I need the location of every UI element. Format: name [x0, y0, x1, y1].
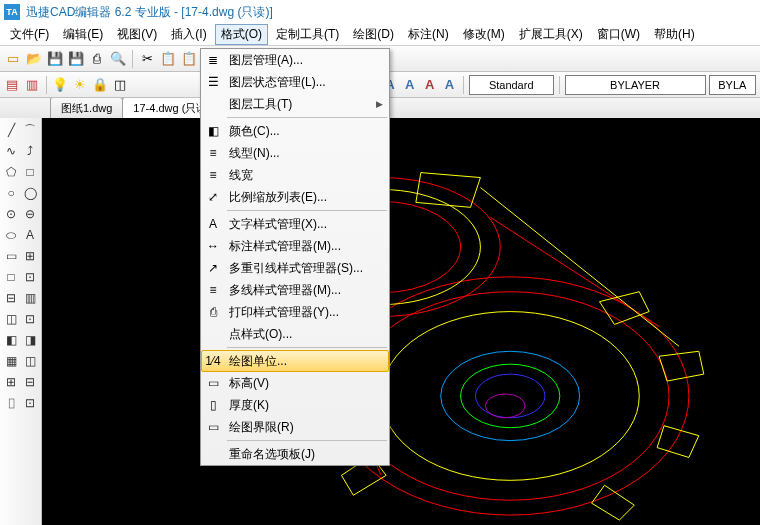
saveall-icon[interactable]: 💾: [67, 50, 85, 68]
mleader-icon: ↗: [203, 259, 223, 277]
draw-tool-button[interactable]: ▦: [2, 351, 20, 371]
menu-entry[interactable]: 图层工具(T)▶: [201, 93, 389, 115]
menu-entry[interactable]: ≣图层管理(A)...: [201, 49, 389, 71]
layer-b-icon[interactable]: ▥: [24, 76, 41, 94]
draw-tool-button[interactable]: ⊞: [2, 372, 20, 392]
menu-entry[interactable]: 点样式(O)...: [201, 323, 389, 345]
open-icon[interactable]: 📂: [25, 50, 43, 68]
draw-tool-button[interactable]: ▥: [21, 288, 39, 308]
bylayer-combo-2[interactable]: BYLA: [709, 75, 756, 95]
menu-entry-label: 图层管理(A)...: [229, 52, 303, 69]
menu-entry[interactable]: 1⁄4绘图单位...: [201, 350, 389, 372]
menu-entry-label: 厚度(K): [229, 397, 269, 414]
draw-tool-button[interactable]: ⊞: [21, 246, 39, 266]
draw-tool-button[interactable]: □: [2, 267, 20, 287]
menu-entry[interactable]: 重命名选项板(J): [201, 443, 389, 465]
menu-item[interactable]: 扩展工具(X): [513, 24, 589, 45]
menu-entry[interactable]: ↗多重引线样式管理器(S)...: [201, 257, 389, 279]
menu-item[interactable]: 帮助(H): [648, 24, 701, 45]
format-menu-dropdown[interactable]: ≣图层管理(A)...☰图层状态管理(L)...图层工具(T)▶◧颜色(C)..…: [200, 48, 390, 466]
menu-entry[interactable]: ↔标注样式管理器(M)...: [201, 235, 389, 257]
paste-icon[interactable]: 📋: [180, 50, 198, 68]
draw-tool-button[interactable]: ◫: [21, 351, 39, 371]
print-icon[interactable]: ⎙: [88, 50, 106, 68]
document-tab[interactable]: 图纸1.dwg: [50, 97, 123, 119]
menu-item[interactable]: 视图(V): [111, 24, 163, 45]
sun-icon[interactable]: ☀: [71, 76, 88, 94]
bulb-icon[interactable]: 💡: [52, 76, 69, 94]
layers-icon: ≣: [203, 51, 223, 69]
cut-icon[interactable]: ✂: [138, 50, 156, 68]
menu-entry[interactable]: ≡线宽: [201, 164, 389, 186]
menu-entry[interactable]: ▭绘图界限(R): [201, 416, 389, 438]
window-title: 迅捷CAD编辑器 6.2 专业版 - [17-4.dwg (只读)]: [26, 4, 273, 21]
menu-entry[interactable]: ▯厚度(K): [201, 394, 389, 416]
draw-tool-button[interactable]: A: [21, 225, 39, 245]
draw-tool-button[interactable]: ⊡: [21, 393, 39, 413]
menu-item[interactable]: 定制工具(T): [270, 24, 345, 45]
draw-tool-button[interactable]: ∿: [2, 141, 20, 161]
text-a3-icon[interactable]: A: [421, 76, 438, 94]
color-swatch-icon[interactable]: ◫: [111, 76, 128, 94]
draw-tool-button[interactable]: ◨: [21, 330, 39, 350]
draw-tool-button[interactable]: ⊙: [2, 204, 20, 224]
drawing-canvas[interactable]: [42, 118, 760, 525]
separator: [132, 50, 133, 68]
rename-icon: [203, 445, 223, 463]
draw-tool-button[interactable]: ╱: [2, 120, 20, 140]
draw-tool-button[interactable]: ◯: [21, 183, 39, 203]
color-icon: ◧: [203, 122, 223, 140]
menu-item[interactable]: 格式(O): [215, 24, 268, 45]
draw-tool-button[interactable]: ⌷: [2, 393, 20, 413]
menu-bar[interactable]: 文件(F)编辑(E)视图(V)插入(I)格式(O)定制工具(T)绘图(D)标注(…: [0, 24, 760, 46]
menu-entry[interactable]: ⎙打印样式管理器(Y)...: [201, 301, 389, 323]
menu-entry[interactable]: ≡多线样式管理器(M)...: [201, 279, 389, 301]
new-icon[interactable]: ▭: [4, 50, 22, 68]
menu-entry-label: 标注样式管理器(M)...: [229, 238, 341, 255]
draw-tool-button[interactable]: ▭: [2, 246, 20, 266]
draw-tool-button[interactable]: ⊟: [2, 288, 20, 308]
menu-item[interactable]: 插入(I): [165, 24, 212, 45]
menu-entry[interactable]: A文字样式管理(X)...: [201, 213, 389, 235]
menu-item[interactable]: 标注(N): [402, 24, 455, 45]
draw-tool-button[interactable]: ⊡: [21, 309, 39, 329]
draw-tool-button[interactable]: ○: [2, 183, 20, 203]
draw-tool-button[interactable]: ⬠: [2, 162, 20, 182]
draw-tool-button[interactable]: ⊟: [21, 372, 39, 392]
text-a2-icon[interactable]: A: [401, 76, 418, 94]
menu-entry-label: 绘图单位...: [229, 353, 287, 370]
bylayer-combo-1[interactable]: BYLAYER: [565, 75, 706, 95]
save-icon[interactable]: 💾: [46, 50, 64, 68]
menu-divider: [227, 347, 387, 348]
text-style-combo[interactable]: Standard: [469, 75, 554, 95]
lock-icon[interactable]: 🔒: [91, 76, 108, 94]
menu-entry[interactable]: ▭标高(V): [201, 372, 389, 394]
menu-entry[interactable]: ◧颜色(C)...: [201, 120, 389, 142]
separator: [463, 76, 464, 94]
menu-entry[interactable]: ≡线型(N)...: [201, 142, 389, 164]
menu-entry[interactable]: ⤢比例缩放列表(E)...: [201, 186, 389, 208]
draw-tool-button[interactable]: □: [21, 162, 39, 182]
menu-item[interactable]: 绘图(D): [347, 24, 400, 45]
menu-entry[interactable]: ☰图层状态管理(L)...: [201, 71, 389, 93]
draw-tool-button[interactable]: ⬭: [2, 225, 20, 245]
menu-entry-label: 图层工具(T): [229, 96, 292, 113]
copy-icon[interactable]: 📋: [159, 50, 177, 68]
mline-icon: ≡: [203, 281, 223, 299]
draw-tool-button[interactable]: ⊖: [21, 204, 39, 224]
layer-tools-icon: [203, 95, 223, 113]
draw-tool-palette[interactable]: ╱⌒∿⤴⬠□○◯⊙⊖⬭A▭⊞□⊡⊟▥◫⊡◧◨▦◫⊞⊟⌷⊡: [0, 118, 42, 525]
menu-item[interactable]: 编辑(E): [57, 24, 109, 45]
preview-icon[interactable]: 🔍: [109, 50, 127, 68]
menu-item[interactable]: 修改(M): [457, 24, 511, 45]
draw-tool-button[interactable]: ◫: [2, 309, 20, 329]
layer-a-icon[interactable]: ▤: [4, 76, 21, 94]
draw-tool-button[interactable]: ⊡: [21, 267, 39, 287]
menu-item[interactable]: 窗口(W): [591, 24, 646, 45]
draw-tool-button[interactable]: ⤴: [21, 141, 39, 161]
draw-tool-button[interactable]: ◧: [2, 330, 20, 350]
draw-tool-button[interactable]: ⌒: [21, 120, 39, 140]
menu-divider: [227, 210, 387, 211]
menu-item[interactable]: 文件(F): [4, 24, 55, 45]
text-a4-icon[interactable]: A: [441, 76, 458, 94]
